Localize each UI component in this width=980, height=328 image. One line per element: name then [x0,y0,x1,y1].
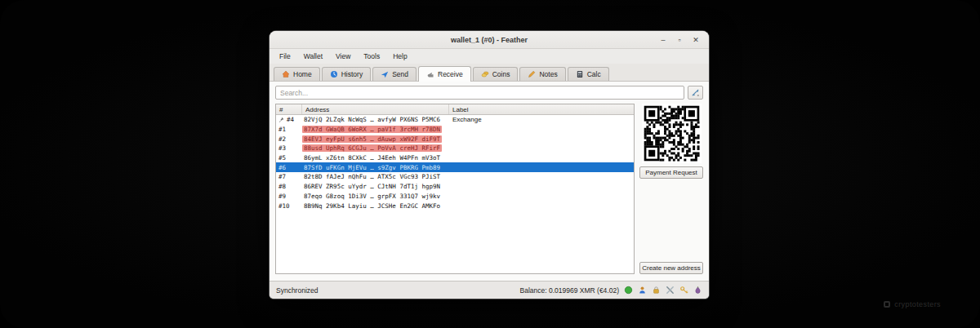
balance-text: Balance: 0.019969 XMR (€4.02) [520,286,619,295]
adjust-icon [691,88,700,97]
search-row [275,86,703,100]
address-row[interactable]: #3 88usd UphRq 6CGJu … PoVvA creHJ RFirF [276,144,634,153]
tools-icon[interactable] [666,286,675,295]
menu-file[interactable]: File [273,51,297,62]
tab-calc[interactable]: Calc [568,67,609,81]
address-cell: 82VjQ 2LZqk NcWqS … avfyW PX6NS P5MC6 [302,116,449,123]
titlebar[interactable]: wallet_1 (#0) - Feather – ▫ ✕ [270,31,709,49]
window-title: wallet_1 (#0) - Feather [270,36,709,44]
menu-help[interactable]: Help [386,51,413,62]
address-index: #8 [278,183,286,190]
search-input[interactable] [275,86,684,100]
address-cell: 87eqo G8zoq 1Di3V … grpFX 331Q7 wj9kv [302,193,449,200]
tab-home[interactable]: Home [274,67,320,81]
address-index: #6 [278,164,286,171]
address-cell: 87SfD uFKGn MjEVu … s9Zgv PBKRG Pmb89 [302,164,449,171]
address-cell: 82t8D fAJeJ nQhFu … ATX5c VGc93 PJiST [302,173,449,180]
qr-code [642,104,702,163]
address-index: #9 [278,193,286,200]
pin-icon [278,117,285,123]
payment-request-button[interactable]: Payment Request [639,166,703,179]
sync-status: Synchronized [276,286,318,295]
menubar: File Wallet View Tools Help [270,49,709,64]
status-dot-icon[interactable] [624,286,633,295]
address-cell: 86REV ZR95c uYydr … CJtNH 7dT1j hgp9N [302,183,449,190]
minimize-button[interactable]: – [657,34,670,46]
address-cell: 84EVJ eyFpU s6nh5 … dAuwp xW92F diF9T [302,135,449,143]
calc-icon [576,70,584,78]
address-cell: 87X7d GWaQB 6WoRX … paV1f 3rcMH r78DN [302,126,449,133]
receive-page: # Address Label #4 82VjQ 2LZqk NcWqS … a… [270,82,709,281]
statusbar: Synchronized Balance: 0.019969 XMR (€4.0… [270,281,709,299]
tab-history[interactable]: History [322,67,371,81]
search-options-button[interactable] [688,86,703,100]
lock-icon[interactable] [652,286,661,295]
address-cell: 88usd UphRq 6CGJu … PoVvA creHJ RFirF [302,144,449,152]
address-table: # Address Label #4 82VjQ 2LZqk NcWqS … a… [275,104,635,274]
address-row[interactable]: #8 86REV ZR95c uYydr … CJtNH 7dT1j hgp9N [276,182,634,192]
create-new-address-button[interactable]: Create new address [639,262,703,274]
qr-panel: Payment Request Create new address [639,104,703,274]
address-index: #3 [278,144,286,152]
watermark: cryptotesters [884,300,941,308]
table-header: # Address Label [276,104,634,115]
address-index: #1 [278,126,286,133]
menu-wallet[interactable]: Wallet [297,51,329,62]
tab-send[interactable]: Send [372,67,416,81]
panel-spacer [639,179,703,262]
menu-tools[interactable]: Tools [357,51,386,62]
address-row[interactable]: #2 84EVJ eyFpU s6nh5 … dAuwp xW92F diF9T [276,134,634,144]
address-row[interactable]: #10 8B9Nq 29Kb4 Layiu … JCSHe En2GC AMKF… [276,201,634,211]
tor-onion-icon[interactable] [693,286,702,295]
receive-icon [426,70,434,78]
address-index: #5 [278,154,286,162]
address-index: #4 [287,116,294,123]
address-cell: 8B9Nq 29Kb4 Layiu … JCSHe En2GC AMKFo [302,202,449,210]
feather-wallet-window: wallet_1 (#0) - Feather – ▫ ✕ File Walle… [270,31,709,299]
maximize-button[interactable]: ▫ [673,34,686,46]
label-cell: Exchange [449,116,634,123]
history-icon [330,70,338,78]
menu-view[interactable]: View [329,51,357,62]
address-row[interactable]: #4 82VjQ 2LZqk NcWqS … avfyW PX6NS P5MC6… [276,115,634,125]
close-button[interactable]: ✕ [689,34,702,46]
watermark-logo-icon [884,301,890,308]
account-icon[interactable] [638,286,647,295]
tab-coins[interactable]: Coins [473,67,519,81]
tab-receive[interactable]: Receive [418,66,471,82]
address-row[interactable]: #7 82t8D fAJeJ nQhFu … ATX5c VGc93 PJiST [276,172,634,182]
send-icon [381,70,389,78]
address-index: #7 [278,173,286,180]
address-index: #2 [278,135,286,143]
statusbar-right: Balance: 0.019969 XMR (€4.02) [520,286,702,295]
address-index: #10 [278,202,290,210]
address-row[interactable]: #5 86ymL xZ6tn 8CXkC … J4Eeh W4PFn mV3oT [276,153,634,163]
address-row-selected[interactable]: #6 87SfD uFKGn MjEVu … s9Zgv PBKRG Pmb89 [276,162,634,172]
watermark-text: cryptotesters [894,300,941,308]
home-icon [282,70,290,78]
key-icon[interactable] [679,286,688,295]
header-label[interactable]: Label [449,104,634,114]
notes-icon [528,70,536,78]
receive-main: # Address Label #4 82VjQ 2LZqk NcWqS … a… [275,104,703,274]
address-cell: 86ymL xZ6tn 8CXkC … J4Eeh W4PFn mV3oT [302,154,449,162]
tab-notes[interactable]: Notes [519,67,565,81]
header-index[interactable]: # [276,104,302,114]
tabbar: Home History Send Receive Coins Notes Ca… [270,64,709,82]
address-row[interactable]: #1 87X7d GWaQB 6WoRX … paV1f 3rcMH r78DN [276,125,634,135]
header-address[interactable]: Address [302,104,449,114]
address-row[interactable]: #9 87eqo G8zoq 1Di3V … grpFX 331Q7 wj9kv [276,192,634,202]
coins-icon [481,70,489,78]
window-controls: – ▫ ✕ [657,34,709,46]
